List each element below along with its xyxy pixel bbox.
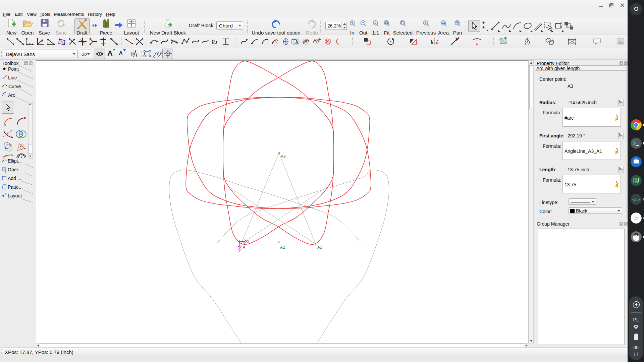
svg-text:mL: mL — [636, 216, 639, 218]
svg-text:A: A — [243, 245, 245, 250]
svg-text:Y: Y — [238, 248, 241, 253]
svg-text:A2: A2 — [280, 245, 285, 250]
svg-text:<t>: <t> — [632, 197, 640, 202]
svg-text:1: 1 — [374, 21, 376, 24]
svg-text:X: X — [247, 239, 250, 244]
svg-text:A3: A3 — [281, 154, 286, 159]
svg-text:A1: A1 — [317, 245, 322, 250]
